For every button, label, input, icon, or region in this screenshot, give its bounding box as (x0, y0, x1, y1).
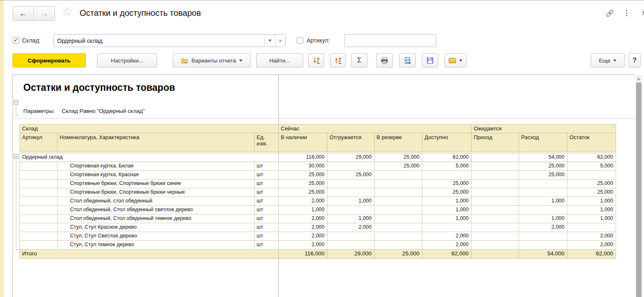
qty-shipping-cell[interactable] (327, 162, 374, 171)
unit-cell[interactable]: шт (255, 215, 279, 223)
article-input[interactable] (344, 34, 436, 47)
qty-reserve-cell[interactable] (374, 241, 422, 250)
qty-shipping-cell[interactable] (327, 241, 374, 250)
help-button[interactable]: ? (629, 53, 641, 67)
nomenclature-cell[interactable]: Спортивные брюки, Спортивные брюки синие (57, 180, 255, 188)
qty-shipping-cell[interactable]: 1,000 (327, 197, 374, 206)
qty-available-cell[interactable]: 1,000 (422, 206, 472, 215)
qty-available-cell[interactable]: 2,000 (422, 232, 472, 241)
column-header[interactable]: Расход (519, 133, 567, 152)
close-icon[interactable]: ✕ (642, 9, 644, 17)
qty-shipping-cell[interactable]: 25,000 (327, 171, 374, 180)
artikul-cell[interactable] (20, 215, 57, 223)
report-variants-button[interactable]: Варианты отчета (173, 53, 251, 67)
qty-onhand-cell[interactable]: 2,000 (279, 223, 327, 232)
qty-expense-cell[interactable]: 2,000 (519, 223, 567, 232)
qty-income-cell[interactable] (472, 188, 519, 197)
table-row[interactable]: Стол обеденный, Стол обеденный светлое д… (20, 206, 616, 215)
total-label-cell[interactable]: Итого (20, 250, 279, 259)
scroll-up-icon[interactable] (637, 77, 640, 80)
settings-button[interactable]: Настройки... (97, 53, 157, 67)
qty-onhand-cell[interactable]: 1,000 (279, 206, 327, 215)
artikul-cell[interactable] (20, 171, 57, 180)
qty-income-cell[interactable] (472, 223, 519, 232)
back-button[interactable]: ← (13, 7, 34, 20)
qty-onhand-cell[interactable]: 2,000 (279, 197, 327, 206)
qty-remainder-cell[interactable]: 2,000 (567, 241, 616, 250)
table-row[interactable]: Спортивная куртка, Белая шт 30,000 25,00… (20, 162, 616, 171)
qty-shipping-cell[interactable] (327, 206, 374, 215)
artikul-cell[interactable] (20, 206, 57, 215)
print-button[interactable] (376, 53, 393, 67)
group-header-expected[interactable]: Ожидается (472, 125, 616, 133)
article-filter-checkbox[interactable] (297, 37, 303, 44)
qty-income-cell[interactable] (472, 153, 519, 162)
qty-available-cell[interactable]: 2,000 (422, 241, 472, 250)
column-header[interactable]: Доступно (422, 133, 472, 152)
qty-shipping-cell[interactable] (327, 180, 374, 188)
artikul-cell[interactable] (20, 188, 57, 197)
column-header[interactable]: Номенклатура, Характеристика (57, 133, 255, 152)
unit-cell[interactable]: шт (255, 188, 279, 197)
qty-remainder-cell[interactable] (567, 171, 616, 180)
nomenclature-cell[interactable]: Спортивная куртка, Белая (57, 162, 255, 171)
qty-reserve-cell[interactable] (374, 223, 422, 232)
nomenclature-cell[interactable]: Стул, Стул Светлое дерево (57, 232, 255, 241)
qty-available-cell[interactable] (422, 223, 472, 232)
warehouse-clear-button[interactable]: × (275, 35, 285, 47)
qty-remainder-cell[interactable]: 25,000 (567, 188, 616, 197)
qty-shipping-cell[interactable] (327, 232, 374, 241)
group-name-cell[interactable]: Ордерный склад (20, 153, 279, 162)
send-email-button[interactable] (444, 53, 467, 67)
parameters-collapse-icon[interactable]: − (14, 100, 18, 105)
unit-cell[interactable]: шт (255, 162, 279, 171)
unit-cell[interactable]: шт (255, 241, 279, 250)
qty-onhand-cell[interactable]: 2,000 (279, 232, 327, 241)
group-header-sklad[interactable]: Склад (20, 125, 279, 133)
qty-reserve-cell[interactable] (374, 206, 422, 215)
nomenclature-cell[interactable]: Стол обеденный, Стол обеденный светлое д… (57, 206, 255, 215)
qty-available-cell[interactable]: 62,000 (422, 153, 472, 162)
collapse-groups-button[interactable] (330, 53, 346, 67)
qty-remainder-cell[interactable]: 5,000 (567, 162, 616, 171)
qty-onhand-cell[interactable]: 116,000 (279, 250, 327, 259)
qty-income-cell[interactable] (472, 162, 519, 171)
artikul-cell[interactable] (20, 223, 57, 232)
table-row[interactable]: Стул, Стул Красное дерево шт 2,000 2,000… (20, 223, 616, 232)
column-header[interactable]: Остаток (567, 133, 616, 152)
qty-remainder-cell[interactable]: 1,000 (567, 215, 616, 223)
qty-shipping-cell[interactable]: 29,000 (327, 250, 374, 259)
artikul-cell[interactable] (20, 162, 57, 171)
qty-expense-cell[interactable] (519, 241, 567, 250)
qty-income-cell[interactable] (472, 206, 519, 215)
column-header[interactable]: Артикул (20, 133, 57, 152)
qty-reserve-cell[interactable]: 25,000 (374, 250, 422, 259)
nomenclature-cell[interactable]: Спортивные брюки, Спортивные брюки черны… (57, 188, 255, 197)
qty-remainder-cell[interactable]: 2,000 (567, 232, 616, 241)
column-header[interactable]: Ед. изм. (255, 133, 279, 152)
generate-button[interactable]: Сформировать (12, 53, 86, 67)
qty-remainder-cell[interactable]: 1,000 (567, 197, 616, 206)
unit-cell[interactable]: шт (255, 223, 279, 232)
qty-income-cell[interactable] (472, 232, 519, 241)
qty-reserve-cell[interactable] (374, 171, 422, 180)
table-row[interactable]: Стул, Стул Светлое дерево шт 2,000 2,000… (20, 232, 616, 241)
group-row-warehouse[interactable]: Ордерный склад 116,000 29,000 25,000 62,… (20, 153, 616, 162)
qty-expense-cell[interactable]: 54,000 (519, 153, 567, 162)
qty-shipping-cell[interactable]: 2,000 (327, 223, 374, 232)
artikul-cell[interactable] (20, 197, 57, 206)
warehouse-input[interactable] (54, 35, 265, 47)
table-row[interactable]: Стол обеденный, стол обеденный шт 2,000 … (20, 197, 616, 206)
qty-reserve-cell[interactable] (374, 188, 422, 197)
table-row[interactable]: Стол обеденный, Стол обеденный темное де… (20, 215, 616, 223)
nomenclature-cell[interactable]: Спортивная куртка, Красная (57, 171, 255, 180)
column-header[interactable]: В резерве (374, 133, 422, 152)
qty-shipping-cell[interactable]: 1,000 (327, 215, 374, 223)
qty-remainder-cell[interactable] (567, 223, 616, 232)
qty-income-cell[interactable] (472, 250, 519, 259)
qty-remainder-cell[interactable]: 62,000 (567, 153, 616, 162)
qty-income-cell[interactable] (472, 197, 519, 206)
group-collapse-icon[interactable]: − (14, 154, 18, 159)
get-link-icon[interactable] (605, 9, 615, 18)
qty-income-cell[interactable] (472, 241, 519, 250)
